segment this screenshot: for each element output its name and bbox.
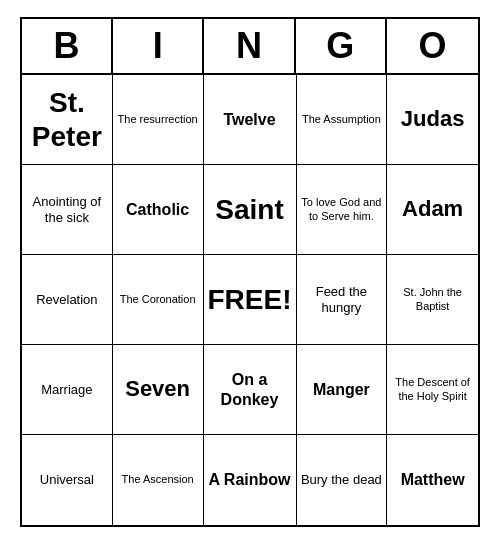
bingo-grid: St. PeterThe resurrectionTwelveThe Assum… xyxy=(22,75,478,525)
bingo-cell-10: Revelation xyxy=(22,255,113,345)
bingo-cell-5: Anointing of the sick xyxy=(22,165,113,255)
bingo-cell-22: A Rainbow xyxy=(204,435,297,525)
bingo-cell-12: FREE! xyxy=(204,255,297,345)
header-o: O xyxy=(387,19,478,73)
bingo-cell-9: Adam xyxy=(387,165,478,255)
bingo-cell-14: St. John the Baptist xyxy=(387,255,478,345)
bingo-cell-7: Saint xyxy=(204,165,297,255)
bingo-cell-4: Judas xyxy=(387,75,478,165)
bingo-header: B I N G O xyxy=(22,19,478,75)
bingo-cell-0: St. Peter xyxy=(22,75,113,165)
bingo-cell-8: To love God and to Serve him. xyxy=(297,165,388,255)
bingo-cell-3: The Assumption xyxy=(297,75,388,165)
header-n: N xyxy=(204,19,295,73)
bingo-cell-15: Marriage xyxy=(22,345,113,435)
bingo-cell-20: Universal xyxy=(22,435,113,525)
bingo-cell-1: The resurrection xyxy=(113,75,204,165)
header-g: G xyxy=(296,19,387,73)
bingo-cell-13: Feed the hungry xyxy=(297,255,388,345)
header-b: B xyxy=(22,19,113,73)
bingo-cell-18: Manger xyxy=(297,345,388,435)
bingo-cell-16: Seven xyxy=(113,345,204,435)
bingo-cell-19: The Descent of the Holy Spirit xyxy=(387,345,478,435)
bingo-cell-23: Bury the dead xyxy=(297,435,388,525)
bingo-cell-6: Catholic xyxy=(113,165,204,255)
bingo-cell-24: Matthew xyxy=(387,435,478,525)
bingo-cell-2: Twelve xyxy=(204,75,297,165)
bingo-cell-21: The Ascension xyxy=(113,435,204,525)
bingo-card: B I N G O St. PeterThe resurrectionTwelv… xyxy=(20,17,480,527)
bingo-cell-17: On a Donkey xyxy=(204,345,297,435)
bingo-cell-11: The Coronation xyxy=(113,255,204,345)
header-i: I xyxy=(113,19,204,73)
